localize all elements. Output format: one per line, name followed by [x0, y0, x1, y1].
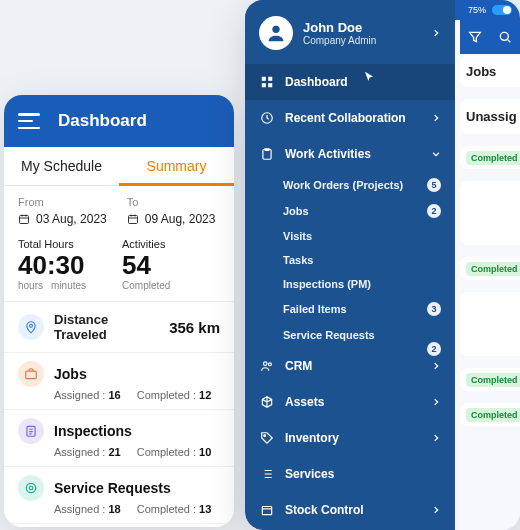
- svg-point-8: [272, 26, 279, 33]
- svg-rect-0: [20, 216, 29, 224]
- filter-icon[interactable]: [467, 29, 483, 45]
- chevron-right-icon: [431, 28, 441, 38]
- date-range: From 03 Aug, 2023 To 09 Aug, 2023: [4, 186, 234, 230]
- metrics: Total Hours 40:30 hoursminutes Activitie…: [4, 230, 234, 302]
- bg-tab-unassigned: Unassig: [460, 99, 520, 134]
- clock-icon: [259, 110, 275, 126]
- activities-value: 54: [122, 252, 170, 278]
- sidebar-item-crm[interactable]: CRM: [245, 348, 455, 384]
- distance-row[interactable]: Distance Traveled 356 km: [4, 302, 234, 353]
- chevron-right-icon: [431, 505, 441, 515]
- bg-card: Completed: [460, 146, 520, 169]
- svg-rect-10: [268, 77, 272, 81]
- sub-failed[interactable]: Failed Items3: [245, 296, 455, 322]
- svg-rect-9: [262, 77, 266, 81]
- toggle-icon: [492, 5, 512, 15]
- sidebar-item-inventory[interactable]: Inventory: [245, 420, 455, 456]
- bg-cards: Jobs Unassig Completed Completed Complet…: [460, 56, 520, 526]
- svg-point-16: [268, 363, 271, 366]
- svg-point-7: [500, 32, 508, 40]
- svg-point-15: [264, 362, 268, 366]
- to-date[interactable]: 09 Aug, 2023: [127, 212, 216, 226]
- sub-visits[interactable]: Visits: [245, 224, 455, 248]
- sidebar-item-services[interactable]: Services: [245, 456, 455, 492]
- calendar-icon: [18, 213, 30, 225]
- tag-icon: [259, 430, 275, 446]
- sub-jobs[interactable]: Jobs2: [245, 198, 455, 224]
- calendar-icon: [127, 213, 139, 225]
- search-icon[interactable]: [497, 29, 513, 45]
- from-label: From: [18, 196, 107, 208]
- sidebar-item-dashboard[interactable]: Dashboard: [245, 64, 455, 100]
- svg-point-17: [264, 435, 266, 437]
- location-icon: [18, 314, 44, 340]
- bg-card: [460, 292, 520, 356]
- activities-label: Activities: [122, 238, 170, 250]
- bg-card: Completed: [460, 403, 520, 426]
- chevron-right-icon: [431, 433, 441, 443]
- avatar-icon: [259, 16, 293, 50]
- svg-rect-11: [262, 83, 266, 87]
- clipboard-icon: [259, 146, 275, 162]
- svg-rect-18: [262, 507, 271, 515]
- chevron-right-icon: [431, 113, 441, 123]
- user-header[interactable]: John Doe Company Admin: [245, 0, 455, 64]
- sub-inspections[interactable]: Inspections (PM): [245, 272, 455, 296]
- topbar-icons: [460, 20, 520, 54]
- chevron-right-icon: [431, 361, 441, 371]
- inspections-row[interactable]: Inspections Assigned : 21 Completed : 10: [4, 410, 234, 467]
- briefcase-icon: [18, 361, 44, 387]
- summary-phone: Dashboard My Schedule Summary From 03 Au…: [4, 95, 234, 527]
- tabs: My Schedule Summary: [4, 147, 234, 186]
- bg-card: Completed: [460, 368, 520, 391]
- cursor-icon: [362, 70, 376, 84]
- cube-icon: [259, 394, 275, 410]
- requests-row[interactable]: Service Requests Assigned : 18 Completed…: [4, 467, 234, 524]
- sub-service-req[interactable]: Service Requests2: [245, 322, 455, 348]
- nav-drawer: John Doe Company Admin Dashboard Recent …: [245, 0, 455, 530]
- sidebar-item-assets[interactable]: Assets: [245, 384, 455, 420]
- svg-rect-1: [128, 216, 137, 224]
- sidebar-item-recent[interactable]: Recent Collaboration: [245, 100, 455, 136]
- bg-card: [460, 181, 520, 245]
- users-icon: [259, 358, 275, 374]
- total-hours-label: Total Hours: [18, 238, 94, 250]
- left-header: Dashboard: [4, 95, 234, 147]
- clipboard-icon: [18, 418, 44, 444]
- svg-rect-3: [26, 371, 37, 379]
- chevron-down-icon: [431, 149, 441, 159]
- sidebar-phone: 75% Jobs Unassig Completed Completed Com…: [245, 0, 520, 530]
- menu-icon[interactable]: [18, 113, 40, 129]
- box-icon: [259, 502, 275, 518]
- sidebar-item-work[interactable]: Work Activities: [245, 136, 455, 172]
- jobs-row[interactable]: Jobs Assigned : 16 Completed : 12: [4, 353, 234, 410]
- svg-point-5: [26, 483, 35, 492]
- bg-tab-jobs: Jobs: [460, 56, 520, 87]
- support-icon: [18, 475, 44, 501]
- svg-point-6: [29, 486, 33, 490]
- svg-point-2: [30, 324, 33, 327]
- from-date[interactable]: 03 Aug, 2023: [18, 212, 107, 226]
- total-hours-value: 40:30: [18, 252, 94, 278]
- list-icon: [259, 466, 275, 482]
- sub-tasks[interactable]: Tasks: [245, 248, 455, 272]
- chevron-right-icon: [431, 397, 441, 407]
- grid-icon: [259, 74, 275, 90]
- tab-my-schedule[interactable]: My Schedule: [4, 147, 119, 185]
- sidebar-item-stock[interactable]: Stock Control: [245, 492, 455, 528]
- to-label: To: [127, 196, 216, 208]
- tab-summary[interactable]: Summary: [119, 147, 234, 185]
- page-title: Dashboard: [58, 111, 147, 131]
- svg-rect-12: [268, 83, 272, 87]
- sub-work-orders[interactable]: Work Orders (Projects)5: [245, 172, 455, 198]
- bg-card: Completed: [460, 257, 520, 280]
